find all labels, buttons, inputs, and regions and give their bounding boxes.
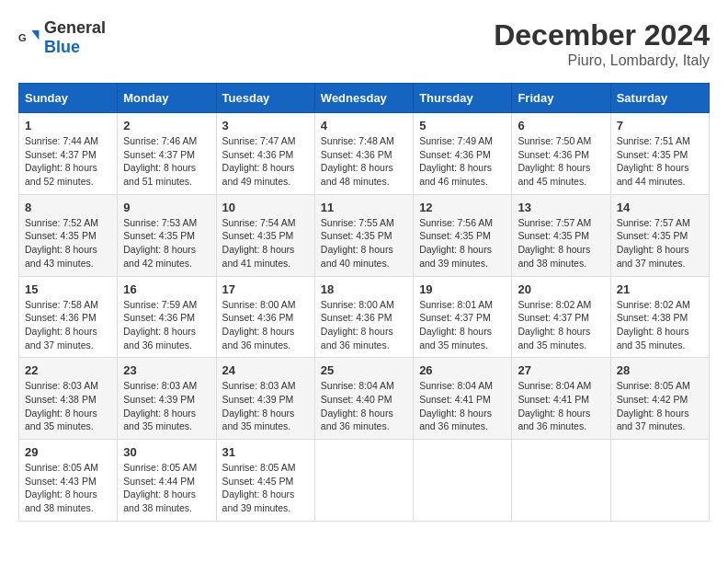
day-number: 25 [321, 363, 407, 377]
day-number: 29 [25, 445, 111, 459]
day-info: Sunrise: 7:57 AM Sunset: 4:35 PM Dayligh… [617, 216, 703, 270]
table-row: 8 Sunrise: 7:52 AM Sunset: 4:35 PM Dayli… [19, 194, 118, 276]
calendar-table: Sunday Monday Tuesday Wednesday Thursday… [18, 83, 710, 522]
day-number: 3 [222, 119, 309, 132]
table-row: 2 Sunrise: 7:46 AM Sunset: 4:37 PM Dayli… [118, 113, 216, 195]
day-info: Sunrise: 7:47 AM Sunset: 4:36 PM Dayligh… [222, 134, 309, 189]
day-info: Sunrise: 8:00 AM Sunset: 4:36 PM Dayligh… [321, 298, 407, 352]
title-area: December 2024 Piuro, Lombardy, Italy [494, 18, 710, 69]
day-number: 16 [123, 282, 210, 296]
table-row: 13 Sunrise: 7:57 AM Sunset: 4:35 PM Dayl… [512, 194, 610, 276]
calendar-week-row: 1 Sunrise: 7:44 AM Sunset: 4:37 PM Dayli… [19, 113, 710, 195]
table-row [314, 440, 413, 522]
day-info: Sunrise: 8:04 AM Sunset: 4:41 PM Dayligh… [419, 379, 506, 433]
day-info: Sunrise: 7:44 AM Sunset: 4:37 PM Dayligh… [25, 134, 111, 189]
day-number: 6 [518, 119, 604, 132]
table-row: 16 Sunrise: 7:59 AM Sunset: 4:36 PM Dayl… [118, 276, 216, 358]
table-row: 22 Sunrise: 8:03 AM Sunset: 4:38 PM Dayl… [19, 358, 118, 440]
table-row [512, 440, 610, 522]
day-info: Sunrise: 8:03 AM Sunset: 4:38 PM Dayligh… [25, 379, 111, 433]
table-row: 9 Sunrise: 7:53 AM Sunset: 4:35 PM Dayli… [118, 194, 216, 276]
col-sunday: Sunday [19, 84, 118, 113]
svg-marker-1 [31, 30, 39, 40]
day-info: Sunrise: 8:05 AM Sunset: 4:44 PM Dayligh… [123, 461, 210, 515]
table-row [610, 440, 709, 522]
day-info: Sunrise: 8:04 AM Sunset: 4:41 PM Dayligh… [518, 379, 604, 433]
col-friday: Friday [512, 84, 610, 113]
day-info: Sunrise: 8:01 AM Sunset: 4:37 PM Dayligh… [419, 298, 506, 352]
calendar-week-row: 22 Sunrise: 8:03 AM Sunset: 4:38 PM Dayl… [19, 358, 710, 440]
day-number: 18 [321, 282, 407, 296]
day-number: 4 [321, 119, 407, 132]
day-number: 30 [123, 445, 210, 459]
day-info: Sunrise: 7:57 AM Sunset: 4:35 PM Dayligh… [518, 216, 604, 270]
day-info: Sunrise: 7:49 AM Sunset: 4:36 PM Dayligh… [419, 134, 506, 189]
day-info: Sunrise: 8:00 AM Sunset: 4:36 PM Dayligh… [222, 298, 309, 352]
table-row: 26 Sunrise: 8:04 AM Sunset: 4:41 PM Dayl… [414, 358, 512, 440]
day-number: 28 [617, 363, 703, 377]
day-info: Sunrise: 7:56 AM Sunset: 4:35 PM Dayligh… [419, 216, 506, 270]
table-row: 1 Sunrise: 7:44 AM Sunset: 4:37 PM Dayli… [19, 113, 118, 195]
day-info: Sunrise: 7:54 AM Sunset: 4:35 PM Dayligh… [222, 216, 309, 270]
day-number: 31 [222, 445, 309, 459]
month-title: December 2024 [494, 18, 710, 52]
calendar-header-row: Sunday Monday Tuesday Wednesday Thursday… [19, 84, 710, 113]
col-wednesday: Wednesday [314, 84, 413, 113]
day-info: Sunrise: 8:02 AM Sunset: 4:37 PM Dayligh… [518, 298, 604, 352]
day-number: 1 [25, 119, 111, 132]
day-number: 21 [617, 282, 703, 296]
calendar-week-row: 29 Sunrise: 8:05 AM Sunset: 4:43 PM Dayl… [19, 440, 710, 522]
table-row: 6 Sunrise: 7:50 AM Sunset: 4:36 PM Dayli… [512, 113, 610, 195]
table-row: 17 Sunrise: 8:00 AM Sunset: 4:36 PM Dayl… [216, 276, 314, 358]
day-info: Sunrise: 8:05 AM Sunset: 4:42 PM Dayligh… [617, 379, 703, 433]
table-row: 27 Sunrise: 8:04 AM Sunset: 4:41 PM Dayl… [512, 358, 610, 440]
table-row: 29 Sunrise: 8:05 AM Sunset: 4:43 PM Dayl… [19, 440, 118, 522]
table-row: 5 Sunrise: 7:49 AM Sunset: 4:36 PM Dayli… [414, 113, 512, 195]
logo: G General Blue [18, 18, 106, 57]
table-row: 10 Sunrise: 7:54 AM Sunset: 4:35 PM Dayl… [216, 194, 314, 276]
day-number: 13 [518, 201, 604, 214]
header: G General Blue December 2024 Piuro, Lomb… [18, 18, 710, 69]
location-title: Piuro, Lombardy, Italy [494, 52, 710, 69]
day-number: 24 [222, 363, 309, 377]
table-row: 31 Sunrise: 8:05 AM Sunset: 4:45 PM Dayl… [216, 440, 314, 522]
day-number: 27 [518, 363, 604, 377]
table-row: 11 Sunrise: 7:55 AM Sunset: 4:35 PM Dayl… [314, 194, 413, 276]
day-info: Sunrise: 7:59 AM Sunset: 4:36 PM Dayligh… [123, 298, 210, 352]
table-row: 7 Sunrise: 7:51 AM Sunset: 4:35 PM Dayli… [610, 113, 709, 195]
day-number: 8 [25, 201, 111, 214]
day-info: Sunrise: 8:03 AM Sunset: 4:39 PM Dayligh… [222, 379, 309, 433]
day-number: 7 [617, 119, 703, 132]
table-row: 3 Sunrise: 7:47 AM Sunset: 4:36 PM Dayli… [216, 113, 314, 195]
day-info: Sunrise: 7:51 AM Sunset: 4:35 PM Dayligh… [617, 134, 703, 189]
day-info: Sunrise: 8:04 AM Sunset: 4:40 PM Dayligh… [321, 379, 407, 433]
logo-text-general: General [44, 18, 106, 37]
col-tuesday: Tuesday [216, 84, 314, 113]
calendar-week-row: 15 Sunrise: 7:58 AM Sunset: 4:36 PM Dayl… [19, 276, 710, 358]
calendar-week-row: 8 Sunrise: 7:52 AM Sunset: 4:35 PM Dayli… [19, 194, 710, 276]
day-number: 17 [222, 282, 309, 296]
day-info: Sunrise: 8:05 AM Sunset: 4:43 PM Dayligh… [25, 461, 111, 515]
table-row: 28 Sunrise: 8:05 AM Sunset: 4:42 PM Dayl… [610, 358, 709, 440]
day-info: Sunrise: 7:58 AM Sunset: 4:36 PM Dayligh… [25, 298, 111, 352]
day-number: 12 [419, 201, 506, 214]
table-row: 4 Sunrise: 7:48 AM Sunset: 4:36 PM Dayli… [314, 113, 413, 195]
day-info: Sunrise: 7:53 AM Sunset: 4:35 PM Dayligh… [123, 216, 210, 270]
day-info: Sunrise: 7:46 AM Sunset: 4:37 PM Dayligh… [123, 134, 210, 189]
day-info: Sunrise: 8:03 AM Sunset: 4:39 PM Dayligh… [123, 379, 210, 433]
table-row: 15 Sunrise: 7:58 AM Sunset: 4:36 PM Dayl… [19, 276, 118, 358]
table-row: 18 Sunrise: 8:00 AM Sunset: 4:36 PM Dayl… [314, 276, 413, 358]
table-row [414, 440, 512, 522]
svg-text:G: G [18, 32, 27, 43]
day-info: Sunrise: 7:55 AM Sunset: 4:35 PM Dayligh… [321, 216, 407, 270]
day-number: 10 [222, 201, 309, 214]
day-info: Sunrise: 8:05 AM Sunset: 4:45 PM Dayligh… [222, 461, 309, 515]
col-thursday: Thursday [414, 84, 512, 113]
logo-text-blue: Blue [44, 38, 80, 56]
day-number: 11 [321, 201, 407, 214]
day-number: 23 [123, 363, 210, 377]
day-info: Sunrise: 7:52 AM Sunset: 4:35 PM Dayligh… [25, 216, 111, 270]
table-row: 25 Sunrise: 8:04 AM Sunset: 4:40 PM Dayl… [314, 358, 413, 440]
logo-icon: G [18, 27, 40, 49]
table-row: 23 Sunrise: 8:03 AM Sunset: 4:39 PM Dayl… [118, 358, 216, 440]
